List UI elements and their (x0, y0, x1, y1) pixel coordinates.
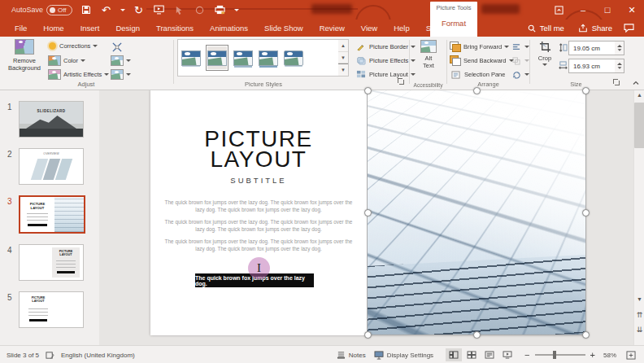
remove-background-button[interactable]: Remove Background (5, 39, 44, 72)
style-thumbnail[interactable] (181, 46, 202, 70)
start-slideshow-icon[interactable] (153, 3, 166, 16)
customize-qat-icon[interactable] (234, 9, 239, 11)
compress-pictures-button[interactable] (111, 42, 123, 52)
gallery-more-icon[interactable]: ▼ (338, 63, 348, 76)
undo-icon[interactable]: ↶ (100, 3, 113, 16)
crop-button[interactable]: Crop (534, 40, 555, 66)
redo-icon[interactable]: ↻ (133, 3, 146, 16)
picture-border-button[interactable]: Picture Border (355, 42, 416, 52)
tab-review[interactable]: Review (311, 20, 353, 37)
save-icon[interactable] (80, 3, 93, 16)
tab-transitions[interactable]: Transitions (148, 20, 202, 37)
rotate-button[interactable] (510, 69, 529, 80)
picture-styles-gallery[interactable] (177, 39, 341, 77)
scroll-up-icon[interactable]: ▲ (634, 92, 644, 98)
tab-file[interactable]: File (7, 20, 35, 37)
undo-dropdown-icon[interactable] (120, 9, 125, 11)
alt-text-button[interactable]: Alt Text (416, 40, 441, 70)
zoom-out-button[interactable]: − (524, 350, 529, 360)
normal-view-button[interactable] (446, 348, 462, 361)
selection-handle-top-middle[interactable] (473, 87, 481, 94)
change-picture-button[interactable] (111, 55, 131, 66)
previous-slide-icon[interactable]: ⇈ (634, 311, 644, 319)
slide-thumbnail-4[interactable]: PICTURE LAYOUT (19, 244, 84, 281)
slide-title[interactable]: PICTURE LAYOUT (150, 129, 367, 169)
send-backward-button[interactable]: Send Backward (450, 55, 514, 65)
shape-height-spinner[interactable] (615, 41, 624, 55)
gallery-scrollbar[interactable]: ▲ ▼ ▼ (338, 39, 349, 77)
tab-insert[interactable]: Insert (72, 20, 108, 37)
slide-show-view-button[interactable] (499, 348, 516, 361)
quick-print-icon[interactable] (214, 3, 227, 16)
language-indicator[interactable]: English (United Kingdom) (61, 352, 135, 359)
tab-help[interactable]: Help (385, 20, 418, 37)
tab-format[interactable]: Format (442, 19, 466, 28)
selection-handle-top-left[interactable] (364, 87, 372, 94)
picture-effects-button[interactable]: Picture Effects (355, 55, 416, 66)
slide-thumbnail-2[interactable]: OVERVIEW (19, 148, 84, 185)
tab-view[interactable]: View (353, 20, 385, 37)
editing-canvas[interactable]: PICTURE LAYOUT SUBTITLE The quick brown … (99, 90, 633, 345)
fit-slide-to-window-icon[interactable] (626, 351, 636, 360)
reset-picture-button[interactable] (111, 69, 131, 80)
slide-3-editing-surface[interactable]: PICTURE LAYOUT SUBTITLE The quick brown … (150, 90, 585, 335)
autosave-toggle[interactable]: AutoSave Off (11, 5, 72, 15)
display-settings-button[interactable]: Display Settings (387, 352, 433, 359)
minimize-button[interactable]: – (571, 5, 595, 15)
shape-width-spinner[interactable] (615, 59, 624, 73)
spell-check-icon[interactable] (46, 351, 54, 360)
zoom-in-button[interactable]: + (590, 350, 595, 360)
shape-height-field[interactable]: 19.05 cm (568, 41, 620, 55)
zoom-slider[interactable] (535, 354, 585, 356)
tab-animations[interactable]: Animations (202, 20, 256, 37)
zoom-slider-thumb[interactable] (553, 351, 556, 359)
share-button[interactable]: Share (578, 24, 612, 33)
picture-tools-contextual-tab[interactable]: Picture Tools Format (430, 2, 477, 37)
selection-handle-top-right[interactable] (582, 87, 590, 94)
reading-view-button[interactable] (481, 348, 498, 361)
picture-layout-button[interactable]: Picture Layout (355, 69, 416, 80)
shape-width-field[interactable]: 16.93 cm (568, 59, 620, 73)
corrections-button[interactable]: Corrections (48, 42, 98, 50)
tell-me-search[interactable]: Tell me (520, 24, 564, 33)
close-button[interactable]: ✕ (620, 5, 644, 15)
zoom-level[interactable]: 58% (603, 352, 616, 359)
touch-mode-icon[interactable] (173, 3, 186, 16)
picture-styles-dialog-launcher-icon[interactable] (397, 77, 404, 85)
notes-button[interactable]: Notes (349, 352, 366, 359)
style-thumbnail[interactable] (258, 46, 279, 70)
bring-forward-button[interactable]: Bring Forward (450, 42, 509, 51)
selection-handle-bottom-middle[interactable] (473, 331, 481, 339)
selection-handle-middle-left[interactable] (364, 209, 372, 216)
gallery-scroll-down-icon[interactable]: ▼ (338, 52, 348, 64)
slide-thumbnail-3-selected[interactable]: PICTURE LAYOUT (19, 195, 85, 234)
align-button[interactable] (510, 42, 529, 52)
gallery-scroll-up-icon[interactable]: ▲ (338, 40, 348, 52)
comments-icon[interactable] (624, 24, 634, 33)
slide-thumbnail-5[interactable]: PICTURE LAYOUT (19, 291, 84, 328)
slide-sorter-view-button[interactable] (463, 348, 480, 361)
tab-home[interactable]: Home (35, 20, 72, 37)
selection-handle-bottom-left[interactable] (364, 331, 372, 339)
selection-pane-button[interactable]: Selection Pane (450, 69, 505, 80)
color-button[interactable]: Color (48, 55, 85, 66)
artistic-effects-button[interactable]: Artistic Effects (48, 69, 109, 80)
tab-design[interactable]: Design (107, 20, 148, 37)
selection-handle-bottom-right[interactable] (582, 331, 590, 339)
scroll-down-icon[interactable]: ▼ (634, 296, 644, 302)
tab-slide-show[interactable]: Slide Show (256, 20, 311, 37)
selection-handle-middle-right[interactable] (582, 209, 590, 216)
slide-subtitle[interactable]: SUBTITLE (150, 176, 367, 185)
slide-thumbnail-1[interactable]: SLIDELIZARD (19, 101, 84, 138)
maximize-button[interactable]: □ (595, 5, 620, 15)
scrollbar-thumb[interactable] (634, 103, 644, 148)
slide-picture[interactable] (368, 90, 585, 335)
style-thumbnail-selected[interactable] (206, 45, 228, 71)
style-thumbnail[interactable] (233, 46, 254, 70)
qat-circle-icon[interactable] (194, 3, 207, 16)
style-thumbnail[interactable] (283, 46, 304, 70)
group-objects-button[interactable] (510, 55, 529, 66)
ribbon-display-options-icon[interactable] (546, 6, 571, 15)
slide-body-text[interactable]: The quick brown fox jumps over the lazy … (164, 199, 353, 258)
collapse-ribbon-icon[interactable] (633, 80, 639, 86)
